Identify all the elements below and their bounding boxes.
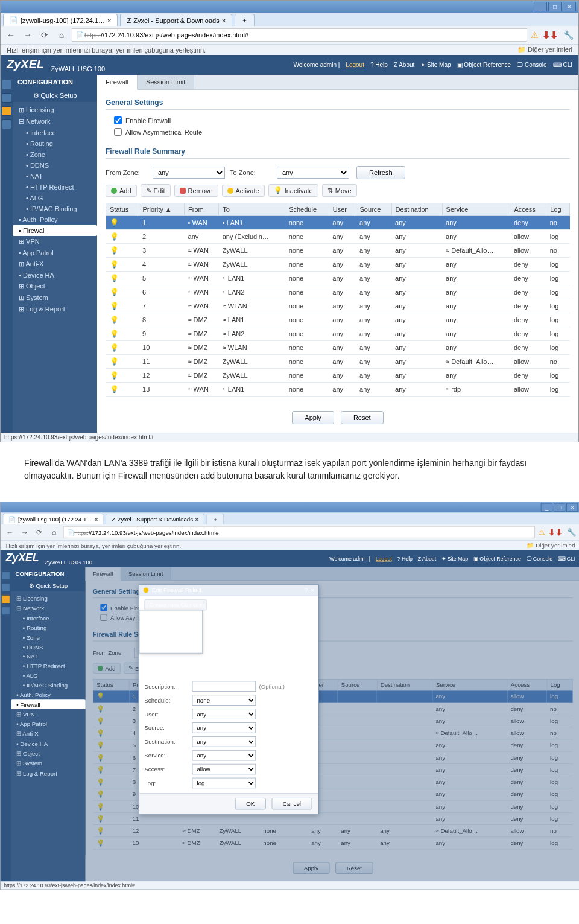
dd-schedule[interactable]: Schedule <box>139 642 202 653</box>
table-row[interactable]: 💡11≈ DMZZyWALLnoneanyanyany≈ Default_All… <box>106 355 570 369</box>
col-header[interactable]: Source <box>338 679 377 690</box>
access-select[interactable]: allow <box>192 764 256 775</box>
table-row[interactable]: 💡8≈ DMZ≈ LAN1noneanyanyanyanydenylog <box>106 313 570 327</box>
wrench-icon[interactable]: 🔧 <box>562 28 575 42</box>
sidebar-item-ddns[interactable]: • DDNS <box>13 160 97 171</box>
col-header[interactable]: Log <box>546 203 570 216</box>
back-icon[interactable]: ← <box>4 28 17 42</box>
table-row[interactable]: 💡6≈ WAN≈ LAN2noneanyanyanyanydenylog <box>106 285 570 299</box>
add-button[interactable]: Add <box>106 185 137 197</box>
sidebar-item-app-patrol[interactable]: • App Patrol <box>13 247 97 258</box>
about-link[interactable]: Z About <box>394 62 414 68</box>
other-bookmarks[interactable]: 📁 Diğer yer imleri <box>517 46 572 54</box>
description-input[interactable] <box>192 681 256 692</box>
table-row[interactable]: 💡3≈ WANZyWALLnoneanyanyany≈ Default_Allo… <box>106 244 570 258</box>
back-icon-2[interactable]: ← <box>4 526 15 538</box>
sidebar-item-interface[interactable]: • Interface <box>11 614 85 623</box>
sidebar-item-network[interactable]: ⊟ Network <box>13 116 97 127</box>
allow-asym-checkbox[interactable] <box>114 128 122 136</box>
browser-tab-1b[interactable]: 📄 [zywall-usg-100] (172.24.1… × <box>2 514 104 524</box>
sidebar-item-vpn[interactable]: ⊞ VPN <box>11 709 85 719</box>
wrench-icon-2[interactable]: 🔧 <box>566 526 577 538</box>
home-icon[interactable]: ⌂ <box>55 28 68 42</box>
sidebar-item-log-report[interactable]: ⊞ Log & Report <box>13 304 97 315</box>
sidebar-item-ip-mac-binding[interactable]: • IP/MAC Binding <box>11 681 85 690</box>
window-close-button[interactable]: × <box>563 2 576 11</box>
dialog-cancel-button[interactable]: Cancel <box>271 798 312 809</box>
sidebar-item-ddns[interactable]: • DDNS <box>11 642 85 652</box>
dialog-close-icon[interactable]: × <box>311 587 314 594</box>
move-button[interactable]: ⇅ Move <box>322 184 357 197</box>
user-select[interactable]: any <box>192 709 256 719</box>
sidebar-item-anti-x[interactable]: ⊞ Anti-X <box>13 258 97 270</box>
browser-tab-2[interactable]: Z Zyxel - Support & Downloads × <box>120 14 232 26</box>
activate-button[interactable]: Activate <box>222 185 265 197</box>
objref-link[interactable]: ▣ Object Reference <box>457 62 511 68</box>
from-zone-select[interactable]: any <box>153 167 225 179</box>
browser-new-tab-2[interactable]: ＋ <box>206 514 224 524</box>
forward-icon-2[interactable]: → <box>19 526 30 538</box>
download-indicator-icon-2[interactable]: ⬇⬇ <box>548 527 562 538</box>
console-link[interactable]: 🖵 Console <box>517 62 546 68</box>
sidebar-item-anti-x[interactable]: ⊞ Anti-X <box>11 729 85 739</box>
sidebar-item-http-redirect[interactable]: • HTTP Redirect <box>11 661 85 671</box>
window-min-button[interactable]: _ <box>534 2 547 11</box>
sidebar-item-device-ha[interactable]: • Device HA <box>11 739 85 748</box>
browser-tab-2b[interactable]: Z Zyxel - Support & Downloads × <box>106 514 204 524</box>
col-header[interactable]: From <box>185 203 219 216</box>
forward-icon[interactable]: → <box>21 28 34 42</box>
tab-firewall[interactable]: Firewall <box>97 75 138 90</box>
logout-link[interactable]: Logout <box>346 62 364 68</box>
inactivate-button[interactable]: 💡 Inactivate <box>268 184 318 197</box>
col-header[interactable]: Access <box>510 203 546 216</box>
enable-firewall-checkbox[interactable] <box>114 116 122 124</box>
sidebar-item-app-patrol[interactable]: • App Patrol <box>11 719 85 729</box>
apply-button[interactable]: Apply <box>292 411 334 424</box>
sitemap-link[interactable]: ✦ Site Map <box>420 62 451 68</box>
create-object-dropdown[interactable]: Create new Object ▾ <box>144 599 207 610</box>
sidebar-item-vpn[interactable]: ⊞ VPN <box>13 236 97 247</box>
sidebar-item-zone[interactable]: • Zone <box>11 632 85 642</box>
help-link[interactable]: ? Help <box>370 62 388 68</box>
window-close-button-2[interactable]: × <box>566 503 578 512</box>
col-header[interactable]: Source <box>356 203 391 216</box>
table-row[interactable]: 💡7≈ WAN≈ WLANnoneanyanyanyanydenylog <box>106 299 570 313</box>
rail-icon-1[interactable] <box>2 80 11 89</box>
remove-button[interactable]: Remove <box>174 185 218 197</box>
col-header[interactable]: Status <box>93 679 129 690</box>
dd-address[interactable]: Address <box>139 621 202 632</box>
col-header[interactable]: Priority ▲ <box>139 203 185 216</box>
col-header[interactable]: User <box>329 203 356 216</box>
sidebar-item-nat[interactable]: • NAT <box>11 652 85 661</box>
sidebar-item-firewall[interactable]: • Firewall <box>13 225 97 236</box>
browser-new-tab[interactable]: ＋ <box>235 14 255 26</box>
tab-session-limit[interactable]: Session Limit <box>138 75 194 89</box>
sidebar-item-http-redirect[interactable]: • HTTP Redirect <box>13 182 97 193</box>
window-min-button-2[interactable]: _ <box>541 503 552 512</box>
sidebar-item-routing[interactable]: • Routing <box>13 138 97 149</box>
table-row[interactable]: 💡5≈ WAN≈ LAN1noneanyanyanyanydenylog <box>106 272 570 285</box>
schedule-select[interactable]: none <box>192 695 256 706</box>
sidebar-item-licensing[interactable]: ⊞ Licensing <box>11 593 85 604</box>
col-header[interactable]: Destination <box>391 203 442 216</box>
address-bar-2[interactable]: 📄 https://172.24.10.93/ext-js/web-pages/… <box>63 526 536 538</box>
col-header[interactable]: Log <box>547 679 573 690</box>
sidebar-item-network[interactable]: ⊟ Network <box>11 604 85 614</box>
sidebar-item-firewall[interactable]: • Firewall <box>11 699 85 709</box>
reload-icon-2[interactable]: ⟳ <box>33 526 45 538</box>
download-indicator-icon[interactable]: ⬇⬇ <box>542 30 558 41</box>
address-bar[interactable]: 📄 https://172.24.10.93/ext-js/web-pages/… <box>72 28 527 42</box>
dialog-help-icon[interactable]: ? <box>305 587 308 594</box>
to-zone-select[interactable]: any <box>277 167 349 179</box>
table-row[interactable]: 💡1• WAN• LAN1noneanyanyanyanydenyno <box>106 216 570 230</box>
rail-icon-4[interactable] <box>2 119 11 129</box>
table-row[interactable]: 💡13≈ DMZZyWALLnoneanyanyanyanydenylog <box>93 837 572 849</box>
destination-select[interactable]: any <box>192 736 256 747</box>
window-max-button-2[interactable]: □ <box>554 503 565 512</box>
sidebar-item-zone[interactable]: • Zone <box>13 149 97 160</box>
sidebar-item-ip-mac-binding[interactable]: • IP/MAC Binding <box>13 203 97 214</box>
service-select[interactable]: any <box>192 750 256 761</box>
reload-icon[interactable]: ⟳ <box>38 28 51 42</box>
table-row[interactable]: 💡9≈ DMZ≈ LAN2noneanyanyanyanydenylog <box>106 327 570 341</box>
other-bookmarks-2[interactable]: 📁 Diğer yer imleri <box>527 542 575 549</box>
